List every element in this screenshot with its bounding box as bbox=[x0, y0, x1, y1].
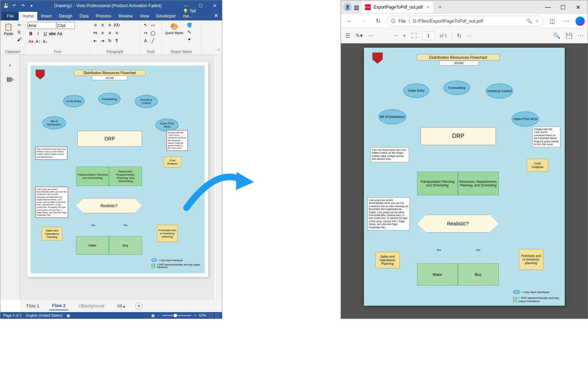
add-page-button[interactable]: + bbox=[135, 302, 142, 310]
undo-icon[interactable]: ↶ bbox=[10, 2, 18, 10]
format-painter-icon[interactable]: 🖌 bbox=[16, 36, 23, 43]
collapse-ribbon-button[interactable]: ^ bbox=[218, 48, 220, 53]
cut-icon[interactable]: ✂ bbox=[16, 22, 23, 28]
drawing-page[interactable]: Distribution Resources Flowchart 6/1/00 … bbox=[27, 62, 208, 277]
expand-shapes-icon[interactable]: › bbox=[9, 62, 11, 68]
favorite-icon[interactable]: ☆ bbox=[535, 18, 539, 24]
grow-font-button[interactable]: A↑ bbox=[35, 38, 41, 45]
copy-icon[interactable]: ⎘ bbox=[16, 29, 23, 35]
tell-me[interactable]: 💡 Tell me... bbox=[179, 7, 210, 20]
tab-design[interactable]: Design bbox=[55, 12, 76, 20]
node-drp[interactable]: DRP bbox=[77, 131, 142, 147]
rect-tool-icon[interactable]: ▭ bbox=[150, 22, 156, 28]
split-screen-icon[interactable]: ◫ bbox=[547, 16, 558, 27]
shapes-icon[interactable]: ▤› bbox=[6, 76, 14, 82]
address-bar[interactable]: ⓘ File | D:/Files/ExportPageToPdf_out.pd… bbox=[387, 16, 543, 27]
tab-review[interactable]: Review bbox=[115, 12, 136, 20]
close-ribbon-button[interactable]: ✕ bbox=[210, 11, 222, 20]
align-right-button[interactable]: ≡ bbox=[114, 30, 120, 36]
browser-tab[interactable]: PDF ExportPageToPdf_out.pdf × bbox=[361, 1, 433, 13]
indent-dec-button[interactable]: ⇤ bbox=[92, 38, 99, 44]
font-name-select[interactable] bbox=[28, 22, 56, 29]
text-effects-button[interactable]: Aa bbox=[56, 30, 63, 37]
rotate-icon[interactable]: ↻ bbox=[452, 32, 461, 39]
quick-styles-button[interactable]: 🎨 Quick Styles bbox=[164, 22, 185, 53]
page-tab-vbackground[interactable]: VBackground bbox=[76, 302, 107, 310]
node-order-entry[interactable]: Order Entry bbox=[63, 95, 85, 107]
rotate-text-button[interactable]: ↻ bbox=[106, 38, 113, 44]
contents-icon[interactable]: ☰ bbox=[345, 32, 350, 39]
presentation-mode-icon[interactable]: ▦ bbox=[151, 314, 155, 317]
page-input[interactable] bbox=[422, 32, 435, 40]
orientation-button[interactable]: A↻ bbox=[114, 22, 120, 28]
zoom-out-button[interactable]: − bbox=[157, 314, 160, 317]
align-center-button[interactable]: ≡ bbox=[106, 30, 113, 36]
pdf-viewport[interactable]: Distribution Resources Flowchart 6/1/00 … bbox=[341, 43, 588, 319]
align-middle-button[interactable]: ≡ bbox=[99, 22, 106, 28]
indent-inc-button[interactable]: ⇥ bbox=[99, 38, 106, 44]
page-tab-all[interactable]: All ▴ bbox=[114, 302, 128, 310]
page-tab-flow1[interactable]: Flow 1 bbox=[24, 302, 42, 310]
shrink-font-button[interactable]: A↓ bbox=[42, 38, 48, 45]
zoom-level[interactable]: 52% bbox=[199, 314, 206, 317]
tab-home[interactable]: Home bbox=[19, 12, 37, 20]
profile-icon[interactable]: 👤 bbox=[343, 3, 352, 11]
shapes-pane-collapsed[interactable]: › ▤› bbox=[0, 55, 20, 300]
qat-more-icon[interactable]: ▾ bbox=[28, 2, 35, 10]
node-open-pos[interactable]: Open POs/ MOs bbox=[156, 119, 179, 132]
pdf-more-icon[interactable]: ⋯ bbox=[578, 32, 583, 39]
node-sales-ops[interactable]: Sales and Operations Planning bbox=[42, 227, 62, 240]
settings-more-icon[interactable]: ⋯ bbox=[561, 16, 572, 27]
fit-page-icon[interactable]: ⛶ bbox=[209, 314, 213, 317]
bullets-button[interactable]: •≡ bbox=[92, 30, 99, 36]
redo-icon[interactable]: ↷ bbox=[19, 2, 27, 10]
node-realistic[interactable]: Realistic? bbox=[76, 198, 142, 213]
save-icon[interactable]: 💾 bbox=[2, 2, 10, 10]
new-tab-button[interactable]: + bbox=[435, 4, 445, 11]
edge-close-button[interactable]: ✕ bbox=[570, 1, 585, 13]
align-left-button[interactable]: ≡ bbox=[99, 30, 106, 36]
tab-view[interactable]: View bbox=[136, 12, 153, 20]
connector-tool-icon[interactable]: ↪ bbox=[142, 30, 149, 36]
node-make[interactable]: Make bbox=[76, 236, 109, 255]
node-inventory[interactable]: Inventory Control bbox=[135, 95, 158, 108]
fill-button[interactable]: 🪣 bbox=[186, 22, 193, 28]
back-button[interactable]: ← bbox=[344, 16, 355, 27]
italic-button[interactable]: I bbox=[35, 30, 41, 37]
page-tab-flow2[interactable]: Flow 2 bbox=[49, 302, 68, 310]
zoom-in-button[interactable]: + bbox=[194, 314, 196, 317]
underline-button[interactable]: U bbox=[42, 30, 48, 37]
strike-button[interactable]: abc bbox=[49, 30, 56, 37]
zoom-out-icon[interactable]: − bbox=[394, 33, 398, 39]
node-resources[interactable]: Resources, Requirements, Planning, and S… bbox=[109, 167, 142, 186]
workspaces-icon[interactable]: ▥ bbox=[354, 4, 359, 11]
node-cost[interactable]: Cost Analysis bbox=[163, 157, 181, 167]
tab-close-icon[interactable]: × bbox=[427, 4, 430, 10]
page-view-icon[interactable]: ▭ bbox=[466, 32, 472, 39]
macro-record-icon[interactable]: ▣ bbox=[67, 314, 70, 317]
bold-button[interactable]: B bbox=[28, 30, 34, 37]
edge-minimize-button[interactable]: — bbox=[540, 1, 555, 13]
forward-button[interactable]: → bbox=[358, 16, 369, 27]
zoom-indicator-icon[interactable]: 🔍 bbox=[526, 18, 532, 24]
effects-button[interactable]: ✦ bbox=[186, 36, 193, 43]
zoom-slider[interactable] bbox=[162, 315, 191, 316]
node-forecasting[interactable]: Forecasting bbox=[98, 93, 120, 105]
edge-maximize-button[interactable]: ☐ bbox=[555, 1, 570, 13]
font-size-select[interactable] bbox=[57, 22, 75, 29]
paste-button[interactable]: 📋 Paste bbox=[3, 22, 15, 53]
node-transport[interactable]: Transportation Planning and Scheduling bbox=[76, 167, 109, 186]
tab-developer[interactable]: Developer bbox=[153, 12, 180, 20]
line-tool-icon[interactable]: ╱ bbox=[150, 38, 156, 44]
draw-icon[interactable]: ✎▾ bbox=[355, 32, 363, 39]
copilot-icon[interactable] bbox=[575, 16, 585, 26]
fit-icon[interactable]: ⛶ bbox=[411, 33, 417, 39]
align-top-button[interactable]: ≡ bbox=[92, 22, 99, 28]
tab-insert[interactable]: Insert bbox=[37, 12, 55, 20]
tab-file[interactable]: File bbox=[2, 12, 19, 20]
align-bottom-button[interactable]: ≡ bbox=[106, 22, 113, 28]
tab-data[interactable]: Data bbox=[76, 12, 92, 20]
pointer-tool-icon[interactable]: ↖ bbox=[142, 22, 149, 28]
node-bill-dist[interactable]: Bill of Distribution bbox=[42, 116, 66, 129]
node-purchase-inv[interactable]: Purchase and or inventory planning bbox=[157, 225, 178, 242]
